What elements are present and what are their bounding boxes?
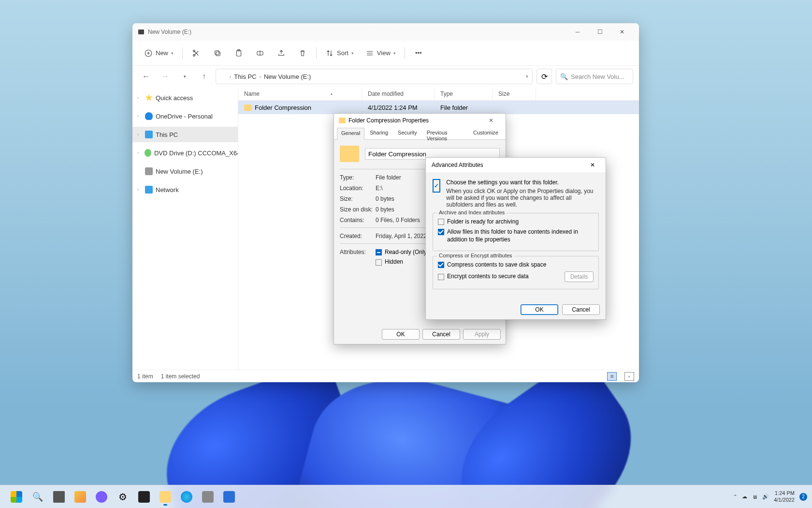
properties-titlebar[interactable]: Folder Compression Properties ✕ [334,114,506,127]
forward-button[interactable]: → [158,69,173,84]
clock[interactable]: 1:24 PM 4/1/2022 [774,490,795,503]
search-input[interactable]: 🔍 Search New Volu... [556,69,633,84]
sidebar-item-this-pc[interactable]: ›This PC [132,127,238,142]
archive-checkbox[interactable] [438,219,444,225]
copy-button[interactable] [208,45,227,62]
tab-general[interactable]: General [337,128,364,140]
chat-icon [96,491,107,503]
maximize-button[interactable]: ☐ [589,24,611,40]
folder-icon [244,105,252,111]
close-button[interactable]: ✕ [481,117,501,124]
folder-icon [339,118,346,123]
apply-button[interactable]: Apply [463,329,501,340]
task-view-button[interactable] [49,487,69,507]
back-button[interactable]: ← [138,69,154,84]
paste-button[interactable] [229,45,248,62]
archive-index-group: Archive and Index attributes Folder is r… [433,213,599,251]
network-tray-icon[interactable]: 🖥 [752,494,757,500]
taskbar-terminal[interactable] [134,487,154,507]
search-icon: 🔍 [32,492,43,502]
column-name[interactable]: Name▴ [238,87,362,100]
details-button[interactable]: Details [565,271,594,282]
item-count: 1 item [137,373,153,380]
notification-badge[interactable]: 2 [799,493,807,501]
volume-tray-icon[interactable]: 🔊 [762,493,769,500]
disc-icon [145,149,151,157]
view-icon [365,49,374,58]
taskbar: 🔍 ⚙ ⌃ ☁ 🖥 🔊 1:24 PM 4/1/2022 2 [0,485,812,508]
sort-button[interactable]: Sort ▾ [320,45,359,62]
tab-sharing[interactable]: Sharing [365,127,392,139]
compress-checkbox[interactable] [438,262,444,268]
cancel-button[interactable]: Cancel [422,329,460,340]
sidebar-item-quick-access[interactable]: ›Quick access [132,90,238,105]
hidden-checkbox[interactable] [376,259,382,266]
tab-previous-versions[interactable]: Previous Versions [422,127,468,139]
breadcrumb-segment[interactable]: New Volume (E:) [264,73,311,80]
copy-icon [213,49,222,58]
more-button[interactable]: ••• [409,45,428,62]
readonly-checkbox[interactable] [376,249,382,255]
sidebar-item-new-volume[interactable]: ›New Volume (E:) [132,164,238,179]
search-button[interactable]: 🔍 [28,487,47,507]
encrypt-checkbox[interactable] [438,274,444,280]
new-button[interactable]: New ▾ [139,45,178,62]
cut-button[interactable] [187,45,206,62]
refresh-button[interactable]: ⟳ [536,69,552,84]
tab-security[interactable]: Security [393,127,421,139]
column-type[interactable]: Type [435,87,493,100]
ok-button[interactable]: OK [382,329,420,340]
start-button[interactable] [7,487,26,507]
share-icon [277,49,286,58]
scissors-icon [192,49,201,58]
large-icons-toggle[interactable]: ▫ [624,372,634,381]
taskbar-app[interactable] [92,487,111,507]
minimize-button[interactable]: ─ [566,24,589,40]
taskbar-edge[interactable] [177,487,196,507]
details-view-toggle[interactable]: ≡ [607,372,617,381]
sidebar-item-network[interactable]: ›Network [132,182,238,197]
chevron-down-icon: ▾ [393,51,396,56]
taskbar-store[interactable] [219,487,239,507]
taskbar-app[interactable] [198,487,218,507]
up-button[interactable]: ↑ [196,69,212,84]
delete-button[interactable] [293,45,312,62]
onedrive-tray-icon[interactable]: ☁ [742,493,747,500]
ok-button[interactable]: OK [521,304,558,315]
app-icon [202,491,214,503]
ellipsis-icon: ••• [415,49,422,57]
tab-customize[interactable]: Customize [469,127,503,139]
breadcrumb-segment[interactable]: This PC [234,73,256,80]
sidebar-item-dvd-drive[interactable]: ›DVD Drive (D:) CCCOMA_X64FR [132,145,238,161]
drive-icon [220,74,227,79]
view-button[interactable]: View ▾ [361,45,401,62]
sort-icon [325,49,334,58]
window-titlebar[interactable]: New Volume (E:) ─ ☐ ✕ [132,23,639,41]
chevron-down-icon[interactable]: ▾ [526,74,528,79]
column-date[interactable]: Date modified [362,87,435,100]
navigation-pane: ›Quick access ›OneDrive - Personal ›This… [132,87,238,370]
cancel-button[interactable]: Cancel [562,304,600,315]
advanced-attributes-dialog: Advanced Attributes ✕ Choose the setting… [425,157,606,320]
tray-chevron[interactable]: ⌃ [733,494,737,499]
close-button[interactable]: ✕ [585,162,600,168]
share-button[interactable] [272,45,291,62]
taskbar-app[interactable] [71,487,90,507]
advanced-titlebar[interactable]: Advanced Attributes ✕ [426,158,606,173]
folder-icon [340,146,359,162]
taskbar-file-explorer[interactable] [156,487,175,507]
compress-encrypt-group: Compress or Encrypt attributes Compress … [433,256,599,290]
window-title: New Volume (E:) [148,29,191,35]
file-row[interactable]: Folder Compression 4/1/2022 1:24 PM File… [238,101,639,114]
taskbar-settings[interactable]: ⚙ [113,487,132,507]
close-button[interactable]: ✕ [611,24,633,40]
index-checkbox[interactable] [438,229,444,235]
command-bar: New ▾ Sort ▾ View ▾ ••• [132,41,639,66]
rename-button[interactable] [250,45,270,62]
recent-button[interactable]: ▾ [177,69,192,84]
column-size[interactable]: Size [493,87,536,100]
svg-rect-3 [216,52,220,56]
clipboard-icon [234,49,243,58]
address-bar[interactable]: › This PC › New Volume (E:) ▾ [216,69,533,84]
sidebar-item-onedrive[interactable]: ›OneDrive - Personal [132,108,238,124]
